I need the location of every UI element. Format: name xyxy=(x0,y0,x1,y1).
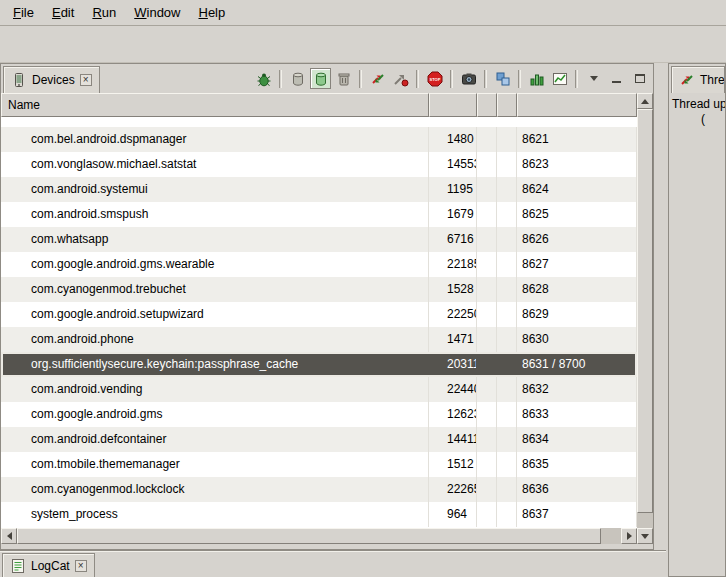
table-row[interactable]: com.whatsapp67168626 xyxy=(1,227,637,252)
process-pid: 22265 xyxy=(429,477,477,502)
process-name: system_process xyxy=(1,502,429,527)
vertical-scrollbar-thumb[interactable] xyxy=(637,109,653,513)
view-menu-icon[interactable] xyxy=(583,68,604,89)
process-name: com.android.vending xyxy=(1,377,429,402)
toolbar-separator xyxy=(518,70,521,88)
cause-gc-icon[interactable] xyxy=(333,68,354,89)
tab-threads[interactable]: Threa xyxy=(671,66,725,93)
status-col xyxy=(497,427,517,452)
scroll-left-button[interactable] xyxy=(1,528,17,544)
status-col xyxy=(497,177,517,202)
process-pid: 14553 xyxy=(429,152,477,177)
menu-edit[interactable]: Edit xyxy=(43,2,83,23)
minimize-icon[interactable] xyxy=(606,68,627,89)
screen-capture-icon[interactable] xyxy=(458,68,479,89)
table-row[interactable]: com.cyanogenmod.trebuchet15288628 xyxy=(1,277,637,302)
threads-panel: Threa Thread up ( xyxy=(668,63,726,577)
process-port: 8632 xyxy=(517,377,637,402)
column-header-name[interactable]: Name xyxy=(1,93,429,117)
table-row[interactable]: com.tmobile.thememanager15128635 xyxy=(1,452,637,477)
status-col xyxy=(497,327,517,352)
table-row[interactable]: com.google.android.gms126238633 xyxy=(1,402,637,427)
dump-hprof-icon[interactable] xyxy=(310,68,331,89)
partial-row xyxy=(1,117,637,127)
scroll-down-button[interactable] xyxy=(637,528,653,544)
process-port: 8631 / 8700 xyxy=(517,352,637,377)
column-header-status2[interactable] xyxy=(497,93,517,117)
status-col xyxy=(477,127,497,152)
table-row[interactable]: com.google.android.setupwizard222508629 xyxy=(1,302,637,327)
horizontal-scrollbar[interactable] xyxy=(1,528,637,544)
menu-help[interactable]: Help xyxy=(189,2,234,23)
column-header-status1[interactable] xyxy=(477,93,497,117)
device-table-body: com.bel.android.dspmanager14808621com.vo… xyxy=(1,117,637,528)
logcat-bar: LogCat × xyxy=(0,550,666,577)
table-row[interactable]: com.android.systemui11958624 xyxy=(1,177,637,202)
status-col xyxy=(477,402,497,427)
process-name: com.cyanogenmod.trebuchet xyxy=(1,277,429,302)
table-row[interactable]: com.android.smspush16798625 xyxy=(1,202,637,227)
scroll-up-button[interactable] xyxy=(637,93,653,109)
status-col xyxy=(477,377,497,402)
close-tab-icon[interactable]: × xyxy=(80,74,92,86)
process-name: com.android.smspush xyxy=(1,202,429,227)
process-port: 8623 xyxy=(517,152,637,177)
menu-window[interactable]: Window xyxy=(125,2,189,23)
close-tab-icon[interactable]: × xyxy=(75,560,87,572)
process-name: com.bel.android.dspmanager xyxy=(1,127,429,152)
menu-bar: File Edit Run Window Help xyxy=(0,0,726,26)
table-row[interactable]: com.bel.android.dspmanager14808621 xyxy=(1,127,637,152)
stop-process-icon[interactable]: STOP xyxy=(424,68,445,89)
table-row[interactable]: com.android.vending224408632 xyxy=(1,377,637,402)
tab-devices[interactable]: Devices × xyxy=(3,66,100,93)
process-port: 8629 xyxy=(517,302,637,327)
process-name: com.google.android.setupwizard xyxy=(1,302,429,327)
process-pid: 964 xyxy=(429,502,477,527)
process-pid: 1195 xyxy=(429,177,477,202)
tab-devices-label: Devices xyxy=(32,73,75,87)
sysinfo-icon[interactable] xyxy=(526,68,547,89)
tab-logcat-label: LogCat xyxy=(31,559,70,573)
process-port: 8637 xyxy=(517,502,637,527)
column-header-port[interactable] xyxy=(517,93,637,117)
process-port: 8626 xyxy=(517,227,637,252)
tab-logcat[interactable]: LogCat × xyxy=(2,553,95,577)
table-row[interactable]: system_process9648637 xyxy=(1,502,637,527)
logcat-icon xyxy=(10,558,26,574)
scroll-right-button[interactable] xyxy=(621,528,637,544)
process-pid: 14411 xyxy=(429,427,477,452)
maximize-icon[interactable] xyxy=(629,68,650,89)
horizontal-scrollbar-thumb[interactable] xyxy=(17,528,601,544)
status-col xyxy=(497,127,517,152)
dump-view-hierarchy-icon[interactable] xyxy=(492,68,513,89)
method-profiling-icon[interactable] xyxy=(390,68,411,89)
debug-process-icon[interactable] xyxy=(253,68,274,89)
status-col xyxy=(477,352,497,377)
process-port: 8635 xyxy=(517,452,637,477)
table-row[interactable]: com.android.phone14718630 xyxy=(1,327,637,352)
process-pid: 6716 xyxy=(429,227,477,252)
devices-tabbar: Devices × xyxy=(1,64,653,93)
process-pid: 22440 xyxy=(429,377,477,402)
network-stats-icon[interactable] xyxy=(549,68,570,89)
menu-file[interactable]: File xyxy=(4,2,43,23)
process-port: 8628 xyxy=(517,277,637,302)
table-row[interactable]: com.android.defcontainer144118634 xyxy=(1,427,637,452)
menu-run[interactable]: Run xyxy=(83,2,125,23)
process-port: 8630 xyxy=(517,327,637,352)
process-pid: 1480 xyxy=(429,127,477,152)
device-table-header: Name xyxy=(1,93,637,117)
table-row[interactable]: com.cyanogenmod.lockclock222658636 xyxy=(1,477,637,502)
toolbar-separator xyxy=(359,70,362,88)
process-pid: 1512 xyxy=(429,452,477,477)
table-row[interactable]: com.google.android.gms.wearable221858627 xyxy=(1,252,637,277)
status-col xyxy=(497,202,517,227)
update-heap-icon[interactable] xyxy=(287,68,308,89)
process-port: 8636 xyxy=(517,477,637,502)
update-threads-icon[interactable] xyxy=(367,68,388,89)
table-row[interactable]: org.sufficientlysecure.keychain:passphra… xyxy=(1,352,637,377)
process-name: com.android.defcontainer xyxy=(1,427,429,452)
table-row[interactable]: com.vonglasow.michael.satstat145538623 xyxy=(1,152,637,177)
column-header-pid[interactable] xyxy=(429,93,477,117)
vertical-scrollbar[interactable] xyxy=(637,93,653,544)
